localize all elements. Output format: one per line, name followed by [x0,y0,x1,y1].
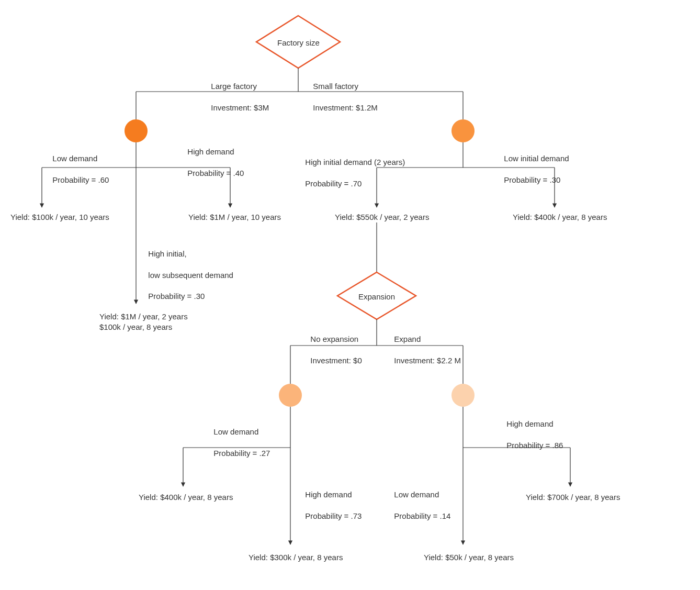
text: Probability = .14 [394,511,450,520]
text: Probability = .86 [506,441,563,450]
chance-expand [451,384,475,407]
leaf-exp-low: Yield: $50k / year, 8 years [424,552,514,563]
edge-sf-left: High initial demand (2 years) Probabilit… [301,147,405,189]
edge-lf-high: High demand Probability = .40 [183,136,244,179]
chance-small-factory [451,119,475,142]
text: Expand [394,335,421,343]
leaf-noexp-low: Yield: $400k / year, 8 years [139,492,233,503]
text: Low demand [52,154,97,163]
label-factory-size: Factory size [277,38,319,48]
leaf-lf-mid: Yield: $1M / year, 2 years $100k / year,… [99,311,188,333]
leaf-sf-left: Yield: $550k / year, 2 years [335,212,429,222]
text: Investment: $3M [211,103,269,112]
edge-small-factory: Small factory Investment: $1.2M [309,71,378,113]
edge-lf-low: Low demand Probability = .60 [48,143,109,185]
text: High demand [506,419,553,428]
text: Low initial demand [504,154,569,163]
edge-noexp-high: High demand Probability = .73 [301,479,362,521]
text: Probability = .60 [52,175,109,184]
text: Low demand [213,427,258,436]
edge-large-factory: Large factory Investment: $3M [207,71,269,113]
text: Probability = .73 [305,511,362,520]
edge-noexp-low: Low demand Probability = .27 [209,416,270,459]
text: No expansion [310,335,358,343]
leaf-lf-low: Yield: $100k / year, 10 years [10,212,109,222]
text: Small factory [313,82,358,91]
text: High initial, [148,249,186,258]
edge-no-expansion: No expansion Investment: $0 [306,324,362,366]
chance-no-expansion [279,384,302,407]
chance-large-factory [125,119,148,142]
edge-lf-mid: High initial, low subsequent demand Prob… [144,238,233,302]
text: High demand [187,147,234,156]
text: Low demand [394,490,439,499]
text: Probability = .30 [504,175,560,184]
text: Investment: $1.2M [313,103,377,112]
text: Investment: $2.2 M [394,356,461,365]
edge-expand: Expand Investment: $2.2 M [390,324,461,366]
text: Probability = .30 [148,292,205,300]
label-expansion: Expansion [358,292,395,302]
text: Probability = .27 [213,449,270,458]
edge-exp-high: High demand Probability = .86 [502,408,563,451]
leaf-sf-right: Yield: $400k / year, 8 years [513,212,607,222]
text: Large factory [211,82,257,91]
connector-root-split [136,68,463,119]
leaf-noexp-high: Yield: $300k / year, 8 years [249,552,343,563]
text: Probability = .40 [187,169,244,177]
text: High demand [305,490,352,499]
text: High initial demand (2 years) [305,158,405,166]
edge-exp-low: Low demand Probability = .14 [390,479,450,521]
text: Investment: $0 [310,356,362,365]
text: low subsequent demand [148,271,233,280]
text: Probability = .70 [305,179,362,188]
leaf-lf-high: Yield: $1M / year, 10 years [188,212,281,222]
leaf-exp-high: Yield: $700k / year, 8 years [526,492,620,503]
edge-sf-right: Low initial demand Probability = .30 [500,143,569,185]
